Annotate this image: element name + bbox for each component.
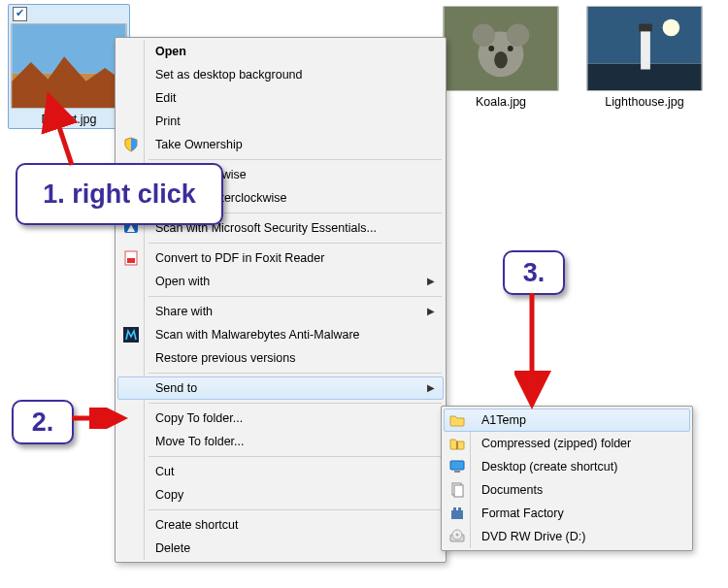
file-caption: Koala.jpg (476, 95, 526, 109)
svg-point-13 (663, 19, 680, 37)
annotation-arrow-3 (514, 291, 553, 409)
submenu-item-documents[interactable]: Documents (444, 478, 690, 502)
thumbnail-koala (443, 6, 559, 91)
svg-point-6 (494, 51, 508, 69)
menu-item-share-with[interactable]: Share with▶ (117, 300, 444, 323)
svg-point-5 (507, 24, 529, 47)
menu-item-label: Move To folder... (155, 435, 245, 448)
menu-separator (149, 243, 442, 244)
annotation-callout-1: 1. right click (16, 163, 223, 225)
svg-rect-26 (458, 507, 461, 511)
annotation-text: 1. right click (43, 180, 196, 210)
file-item-desert[interactable]: ✔ Desert.jpg (8, 4, 130, 129)
menu-item-label: Open (155, 45, 186, 58)
svg-rect-18 (123, 327, 139, 343)
foxit-icon (123, 250, 139, 266)
svg-rect-19 (456, 441, 458, 449)
menu-item-label: Convert to PDF in Foxit Reader (155, 251, 324, 265)
zip-folder-icon (449, 436, 465, 451)
menu-separator (149, 509, 442, 510)
svg-rect-21 (454, 471, 460, 473)
submenu-arrow-icon: ▶ (427, 301, 435, 322)
menu-item-open-with[interactable]: Open with▶ (117, 270, 444, 293)
svg-point-29 (456, 534, 459, 537)
svg-point-4 (473, 24, 495, 47)
menu-item-send-to[interactable]: Send to▶ (117, 376, 444, 400)
menu-item-edit[interactable]: Edit (117, 86, 444, 110)
svg-rect-25 (453, 507, 456, 511)
menu-item-label: Cut (155, 465, 174, 478)
shield-icon (123, 137, 139, 152)
submenu-item-dvd-drive[interactable]: DVD RW Drive (D:) (444, 525, 690, 548)
menu-item-label: Copy (155, 488, 183, 502)
file-caption: Desert.jpg (42, 113, 97, 126)
documents-icon (449, 482, 465, 498)
menu-item-label: Delete (155, 541, 190, 555)
thumbnail-desert (11, 23, 127, 109)
annotation-text: 3. (523, 258, 546, 288)
menu-item-delete[interactable]: Delete (117, 537, 444, 560)
menu-item-foxit-convert[interactable]: Convert to PDF in Foxit Reader (117, 246, 444, 270)
svg-rect-20 (450, 461, 464, 470)
file-item-lighthouse[interactable]: Lighthouse.jpg (584, 4, 705, 129)
submenu-item-format-factory[interactable]: Format Factory (444, 502, 690, 525)
menu-separator (149, 403, 442, 404)
desktop-icon (449, 459, 465, 474)
annotation-text: 2. (32, 408, 54, 438)
menu-item-label: Documents (481, 483, 543, 497)
menu-item-label: Format Factory (481, 506, 564, 520)
menu-item-move-to-folder[interactable]: Move To folder... (117, 430, 444, 453)
menu-item-label: A1Temp (481, 413, 526, 427)
menu-item-label: Copy To folder... (155, 411, 243, 425)
svg-point-7 (488, 46, 494, 51)
menu-item-open[interactable]: Open (117, 40, 444, 63)
menu-item-label: Send to (155, 381, 197, 395)
menu-item-label: Scan with Malwarebytes Anti-Malware (155, 328, 360, 342)
mbam-icon (123, 327, 139, 343)
menu-item-label: Desktop (create shortcut) (481, 460, 617, 474)
menu-item-label: Compressed (zipped) folder (481, 437, 631, 450)
menu-item-label: Share with (155, 305, 213, 318)
menu-item-cut[interactable]: Cut (117, 460, 444, 483)
menu-item-label: Print (155, 114, 181, 128)
submenu-item-zipped[interactable]: Compressed (zipped) folder (444, 432, 690, 455)
annotation-callout-3: 3. (503, 250, 565, 295)
format-factory-icon (449, 506, 465, 521)
folder-icon (449, 412, 465, 428)
menu-item-label: Open with (155, 275, 210, 288)
menu-item-restore-versions[interactable]: Restore previous versions (117, 346, 444, 370)
menu-separator (149, 159, 442, 160)
svg-point-8 (508, 46, 513, 51)
thumbnail-lighthouse (586, 6, 703, 91)
menu-item-create-shortcut[interactable]: Create shortcut (117, 513, 444, 537)
menu-item-take-ownership[interactable]: Take Ownership (117, 133, 444, 156)
menu-separator (149, 296, 442, 297)
svg-rect-17 (127, 258, 135, 263)
svg-rect-11 (641, 28, 650, 70)
svg-rect-24 (451, 510, 463, 519)
menu-separator (149, 456, 442, 457)
file-selected-checkbox[interactable]: ✔ (13, 7, 27, 21)
menu-item-set-wallpaper[interactable]: Set as desktop background (117, 63, 444, 86)
menu-item-label: Restore previous versions (155, 351, 296, 365)
file-caption: Lighthouse.jpg (605, 95, 683, 109)
svg-rect-12 (639, 24, 652, 32)
submenu-item-desktop[interactable]: Desktop (create shortcut) (444, 455, 690, 478)
submenu-arrow-icon: ▶ (427, 271, 435, 292)
svg-rect-23 (454, 485, 463, 497)
menu-item-label: Create shortcut (155, 518, 238, 532)
menu-separator (149, 373, 442, 374)
menu-item-label: Edit (155, 91, 177, 105)
menu-item-copy[interactable]: Copy (117, 483, 444, 506)
menu-item-scan-mbam[interactable]: Scan with Malwarebytes Anti-Malware (117, 323, 444, 346)
context-menu[interactable]: Open Set as desktop background Edit Prin… (115, 37, 447, 563)
annotation-callout-2: 2. (12, 400, 74, 444)
menu-item-copy-to-folder[interactable]: Copy To folder... (117, 407, 444, 430)
menu-item-label: Set as desktop background (155, 68, 303, 82)
submenu-arrow-icon: ▶ (427, 377, 435, 399)
submenu-item-a1temp[interactable]: A1Temp (444, 408, 690, 432)
sendto-submenu[interactable]: A1Temp Compressed (zipped) folder Deskto… (441, 406, 693, 551)
menu-item-label: DVD RW Drive (D:) (481, 530, 585, 543)
file-item-koala[interactable]: Koala.jpg (441, 4, 561, 129)
menu-item-print[interactable]: Print (117, 110, 444, 133)
